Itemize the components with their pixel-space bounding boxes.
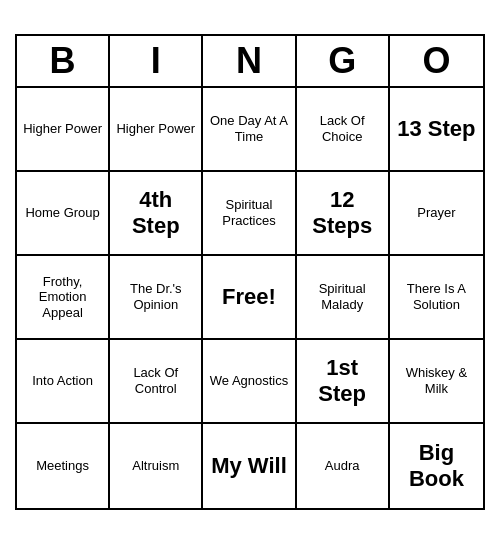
bingo-cell[interactable]: Home Group bbox=[17, 172, 110, 256]
bingo-cell[interactable]: My Will bbox=[203, 424, 296, 508]
bingo-cell[interactable]: Altruism bbox=[110, 424, 203, 508]
bingo-cell[interactable]: Frothy, Emotion Appeal bbox=[17, 256, 110, 340]
bingo-card: BINGO Higher PowerHigher PowerOne Day At… bbox=[15, 34, 485, 510]
bingo-cell[interactable]: There Is A Solution bbox=[390, 256, 483, 340]
bingo-cell[interactable]: 1st Step bbox=[297, 340, 390, 424]
bingo-cell[interactable]: We Agnostics bbox=[203, 340, 296, 424]
header-letter: G bbox=[297, 36, 390, 86]
bingo-cell[interactable]: Lack Of Choice bbox=[297, 88, 390, 172]
bingo-cell[interactable]: Spiritual Practices bbox=[203, 172, 296, 256]
header-letter: O bbox=[390, 36, 483, 86]
header-letter: N bbox=[203, 36, 296, 86]
bingo-cell[interactable]: Prayer bbox=[390, 172, 483, 256]
bingo-cell[interactable]: 13 Step bbox=[390, 88, 483, 172]
bingo-cell[interactable]: Into Action bbox=[17, 340, 110, 424]
bingo-cell[interactable]: Higher Power bbox=[17, 88, 110, 172]
bingo-cell[interactable]: Big Book bbox=[390, 424, 483, 508]
bingo-cell[interactable]: 4th Step bbox=[110, 172, 203, 256]
bingo-cell[interactable]: Higher Power bbox=[110, 88, 203, 172]
header-letter: B bbox=[17, 36, 110, 86]
bingo-cell[interactable]: Spiritual Malady bbox=[297, 256, 390, 340]
bingo-header: BINGO bbox=[17, 36, 483, 88]
bingo-cell[interactable]: Free! bbox=[203, 256, 296, 340]
header-letter: I bbox=[110, 36, 203, 86]
bingo-cell[interactable]: Meetings bbox=[17, 424, 110, 508]
bingo-cell[interactable]: The Dr.'s Opinion bbox=[110, 256, 203, 340]
bingo-cell[interactable]: 12 Steps bbox=[297, 172, 390, 256]
bingo-cell[interactable]: One Day At A Time bbox=[203, 88, 296, 172]
bingo-cell[interactable]: Whiskey & Milk bbox=[390, 340, 483, 424]
bingo-cell[interactable]: Audra bbox=[297, 424, 390, 508]
bingo-cell[interactable]: Lack Of Control bbox=[110, 340, 203, 424]
bingo-grid: Higher PowerHigher PowerOne Day At A Tim… bbox=[17, 88, 483, 508]
